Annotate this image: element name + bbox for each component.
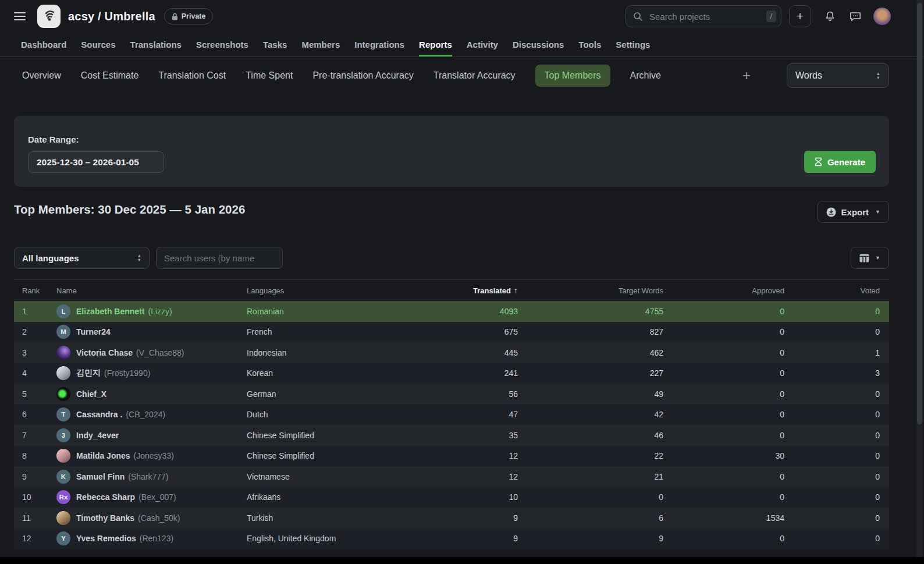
approved-cell: 0 — [663, 410, 784, 419]
member-name[interactable]: Rebecca Sharp — [76, 492, 135, 502]
project-search[interactable]: / — [626, 5, 781, 27]
user-search-input[interactable] — [156, 247, 283, 269]
col-header-rank[interactable]: Rank — [14, 286, 56, 295]
target-words-cell: 21 — [518, 472, 663, 481]
member-name[interactable]: Matilda Jones — [76, 451, 130, 460]
language-filter-select[interactable]: All languages ▲▼ — [14, 247, 150, 269]
nav-tab-activity[interactable]: Activity — [467, 33, 498, 56]
member-name[interactable]: Elizabeth Bennett — [76, 307, 144, 316]
col-header-languages[interactable]: Languages — [247, 286, 468, 295]
app-logo[interactable] — [37, 5, 61, 28]
col-header-target-words[interactable]: Target Words — [518, 286, 663, 295]
privacy-badge: Private — [164, 8, 214, 24]
create-project-button[interactable]: + — [789, 5, 811, 27]
language-cell: Turkish — [247, 513, 468, 523]
search-projects-input[interactable] — [648, 11, 766, 22]
report-tab-translation-cost[interactable]: Translation Cost — [158, 70, 226, 81]
table-row[interactable]: 3 Victoria Chase (V_Chase88) Indonesian … — [14, 342, 889, 363]
report-tab-translator-accuracy[interactable]: Translator Accuracy — [433, 70, 516, 81]
nav-tab-screenshots[interactable]: Screenshots — [196, 33, 248, 56]
rank-cell: 10 — [14, 492, 56, 502]
table-row[interactable]: 7 3 Indy_4ever Chinese Simplified 35 46 … — [14, 425, 889, 446]
rank-cell: 4 — [14, 368, 56, 378]
target-words-cell: 42 — [518, 410, 663, 419]
table-row[interactable]: 1 L Elizabeth Bennett (Lizzy) Romanian 4… — [14, 301, 889, 322]
report-tab-pre-translation-accuracy[interactable]: Pre-translation Accuracy — [312, 70, 413, 81]
name-cell: Victoria Chase (V_Chase88) — [56, 346, 247, 360]
rank-cell: 1 — [14, 307, 56, 316]
member-avatar: M — [56, 325, 70, 339]
name-cell: Chief_X — [56, 387, 247, 401]
col-header-approved[interactable]: Approved — [663, 286, 784, 295]
member-name[interactable]: 김민지 — [76, 368, 101, 378]
name-cell: K Samuel Finn (Shark777) — [56, 470, 247, 484]
top-members-table: Rank Name Languages Translated ↑ Target … — [14, 279, 889, 549]
table-row[interactable]: 10 Rx Rebecca Sharp (Bex_007) Afrikaans … — [14, 487, 889, 508]
hamburger-menu-icon[interactable] — [14, 12, 26, 20]
translated-cell: 35 — [468, 431, 518, 440]
table-row[interactable]: 5 Chief_X German 56 49 0 0 — [14, 384, 889, 405]
name-cell: Y Yves Remedios (Ren123) — [56, 531, 247, 545]
table-row[interactable]: 6 T Cassandra . (CB_2024) Dutch 47 42 0 … — [14, 405, 889, 425]
member-name[interactable]: Victoria Chase — [76, 348, 133, 357]
nav-tab-tasks[interactable]: Tasks — [263, 33, 287, 56]
col-header-name[interactable]: Name — [56, 286, 247, 295]
nav-tab-tools[interactable]: Tools — [578, 33, 601, 56]
approved-cell: 0 — [663, 472, 784, 481]
report-tabs-bar: Overview Cost Estimate Translation Cost … — [0, 57, 924, 94]
user-avatar[interactable] — [873, 8, 891, 25]
member-username: (Jonesy33) — [134, 451, 174, 460]
generate-button[interactable]: Generate — [804, 151, 876, 173]
messages-button[interactable] — [849, 10, 862, 22]
nav-tab-translations[interactable]: Translations — [130, 33, 182, 56]
report-tab-cost-estimate[interactable]: Cost Estimate — [81, 70, 139, 81]
report-tab-top-members[interactable]: Top Members — [535, 65, 610, 87]
member-name[interactable]: Cassandra . — [76, 410, 122, 419]
date-range-input[interactable] — [28, 151, 164, 173]
report-unit-select[interactable]: Words ▲▼ — [787, 63, 889, 88]
report-tab-overview[interactable]: Overview — [22, 70, 61, 81]
nav-tab-reports[interactable]: Reports — [419, 33, 452, 56]
chat-icon — [849, 10, 862, 22]
rank-cell: 3 — [14, 348, 56, 357]
name-cell: Timothy Banks (Cash_50k) — [56, 511, 247, 525]
member-name[interactable]: Samuel Finn — [76, 472, 125, 481]
voted-cell: 0 — [784, 410, 880, 419]
translated-cell: 56 — [468, 389, 518, 399]
scrollbar-thumb[interactable] — [917, 3, 922, 424]
export-button[interactable]: Export ▼ — [818, 201, 889, 223]
rank-cell: 9 — [14, 472, 56, 481]
nav-tab-discussions[interactable]: Discussions — [513, 33, 564, 56]
nav-tab-integrations[interactable]: Integrations — [354, 33, 404, 56]
nav-tab-members[interactable]: Members — [301, 33, 340, 56]
member-name[interactable]: Indy_4ever — [76, 431, 119, 440]
language-cell: Korean — [247, 368, 468, 378]
member-avatar: T — [56, 407, 70, 421]
report-tab-time-spent[interactable]: Time Spent — [246, 70, 293, 81]
table-row[interactable]: 2 M Turner24 French 675 827 0 0 — [14, 322, 889, 343]
member-name[interactable]: Yves Remedios — [76, 534, 136, 543]
voted-cell: 0 — [784, 534, 880, 543]
rank-cell: 12 — [14, 534, 56, 543]
table-row[interactable]: 8 Matilda Jones (Jonesy33) Chinese Simpl… — [14, 446, 889, 467]
approved-cell: 0 — [663, 492, 784, 502]
member-name[interactable]: Timothy Banks — [76, 513, 134, 523]
member-avatar — [56, 346, 70, 360]
col-header-translated[interactable]: Translated ↑ — [468, 286, 518, 295]
nav-tab-sources[interactable]: Sources — [81, 33, 115, 56]
approved-cell: 0 — [663, 327, 784, 336]
table-row[interactable]: 11 Timothy Banks (Cash_50k) Turkish 9 6 … — [14, 508, 889, 528]
col-header-voted[interactable]: Voted — [784, 286, 880, 295]
report-tab-archive[interactable]: Archive — [630, 70, 661, 81]
table-row[interactable]: 4 김민지 (Frosty1990) Korean 241 227 0 3 — [14, 363, 889, 384]
nav-tab-dashboard[interactable]: Dashboard — [21, 33, 66, 56]
table-row[interactable]: 12 Y Yves Remedios (Ren123) English, Uni… — [14, 528, 889, 549]
translated-cell: 12 — [468, 472, 518, 481]
add-report-tab-button[interactable]: + — [740, 69, 753, 83]
notifications-button[interactable] — [824, 10, 836, 23]
nav-tab-settings[interactable]: Settings — [616, 33, 650, 56]
member-name[interactable]: Turner24 — [76, 327, 111, 336]
member-name[interactable]: Chief_X — [76, 389, 106, 399]
columns-toggle-button[interactable]: ▼ — [851, 247, 889, 269]
table-row[interactable]: 9 K Samuel Finn (Shark777) Vietnamese 12… — [14, 466, 889, 487]
